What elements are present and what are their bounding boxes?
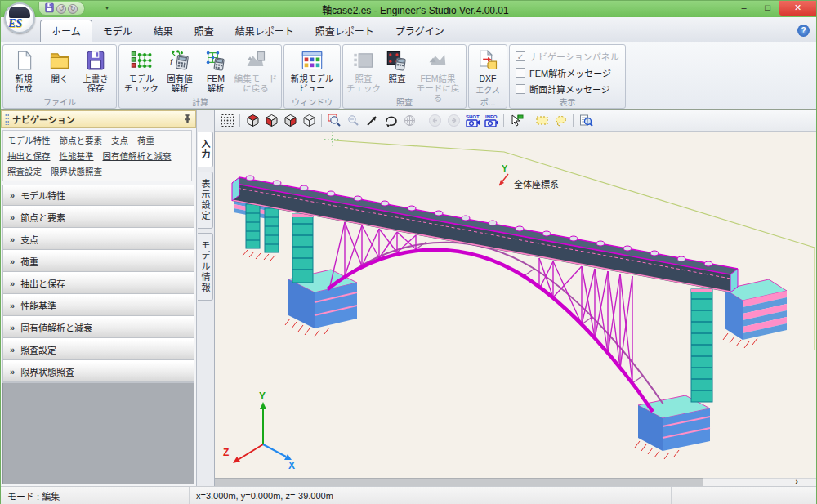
- tab-plugin[interactable]: プラグイン: [385, 20, 455, 42]
- status-empty: [671, 487, 816, 504]
- nav-link-extract-save[interactable]: 抽出と保存: [7, 149, 51, 162]
- group-label-export: エクスポ...: [469, 83, 507, 108]
- minimize-button[interactable]: –: [732, 1, 756, 16]
- eigen-analysis-icon: f: [167, 48, 192, 73]
- undo-icon[interactable]: ↺: [56, 4, 66, 14]
- nav-link-nodes-elements[interactable]: 節点と要素: [60, 134, 103, 146]
- open-folder-icon: [47, 48, 72, 73]
- app-menu-button[interactable]: ES: [4, 2, 35, 33]
- accordion-model-props[interactable]: »モデル特性: [3, 185, 194, 206]
- tab-model[interactable]: モデル: [92, 20, 143, 42]
- group-label-verify: 照査: [343, 96, 466, 108]
- orbit-icon[interactable]: [382, 112, 400, 129]
- model-canvas[interactable]: Y 全体座標系 Y Z X: [215, 132, 816, 478]
- app-window: ES ↺ ↻ ▾ 軸case2.es - Engineer's Studio V…: [0, 0, 817, 504]
- accordion-limit-state[interactable]: »限界状態照査: [3, 362, 194, 382]
- nav-link-verify-settings[interactable]: 照査設定: [7, 165, 42, 177]
- tab-verification[interactable]: 照査: [184, 20, 225, 42]
- tab-verification-report[interactable]: 照査レポート: [305, 20, 385, 42]
- quick-access-toolbar: ↺ ↻: [38, 2, 85, 16]
- viewport-toolbar: SHOT INFO: [215, 110, 816, 132]
- tab-result-report[interactable]: 結果レポート: [225, 20, 305, 42]
- find-zoom-icon[interactable]: [577, 112, 595, 129]
- iso-view-red-top-icon[interactable]: [243, 112, 261, 129]
- redo-icon[interactable]: ↻: [68, 4, 78, 14]
- bottom-strip-bar: [215, 478, 703, 486]
- accordion-eigen-damping[interactable]: »固有値解析と減衰: [3, 318, 194, 338]
- accordion-nodes-elements[interactable]: »節点と要素: [3, 207, 194, 228]
- select-lasso-icon[interactable]: [551, 112, 569, 129]
- nav-link-performance[interactable]: 性能基準: [60, 149, 94, 162]
- checkbox-checked-icon: ✓: [516, 51, 525, 61]
- model-check-button[interactable]: モデル チェック: [122, 47, 161, 95]
- new-file-button[interactable]: 新規 作成: [6, 47, 42, 95]
- svg-text:Z: Z: [223, 447, 229, 458]
- navigation-panel-header[interactable]: ナビゲーション: [1, 110, 196, 128]
- title-bar: ES ↺ ↻ ▾ 軸case2.es - Engineer's Studio V…: [1, 1, 816, 17]
- verify-button[interactable]: 照査: [382, 47, 413, 85]
- checkbox-navigation-panel[interactable]: ✓ ナビゲーションパネル: [516, 50, 619, 63]
- left-pier[interactable]: [292, 214, 313, 283]
- new-document-icon: [11, 48, 36, 73]
- eigen-analysis-button[interactable]: f 固有値 解析: [161, 47, 199, 95]
- pin-icon[interactable]: [183, 114, 192, 125]
- tab-results[interactable]: 結果: [143, 20, 184, 42]
- save-file-button[interactable]: 上書き 保存: [78, 47, 114, 95]
- save-icon[interactable]: [44, 2, 55, 15]
- pan-icon[interactable]: [363, 112, 381, 129]
- fem-analysis-button[interactable]: FEM 解析: [199, 47, 233, 95]
- qat-dropdown-icon[interactable]: ▾: [105, 4, 109, 11]
- help-icon[interactable]: ?: [797, 25, 810, 37]
- nav-link-limit-state[interactable]: 限界状態照査: [51, 165, 102, 177]
- toolbar-separator: [239, 114, 240, 127]
- accordion-extract-save[interactable]: »抽出と保存: [3, 274, 194, 294]
- accordion-performance[interactable]: »性能基準: [3, 296, 194, 316]
- side-tab-input[interactable]: 入力: [198, 132, 213, 167]
- side-tab-model-info[interactable]: モデル情報: [198, 233, 213, 301]
- nav-link-supports[interactable]: 支点: [111, 134, 128, 146]
- status-coordinates: x=3.000m, y=0.000m, z=-39.000m: [189, 487, 671, 504]
- history-back-icon: [426, 112, 444, 129]
- accordion-supports[interactable]: »支点: [3, 230, 194, 250]
- open-file-button[interactable]: 開く: [42, 47, 78, 85]
- checkbox-section-message[interactable]: 断面計算メッセージ: [516, 83, 619, 96]
- new-model-view-button[interactable]: 新規モデル ビュー: [287, 47, 337, 95]
- global-origin-marker: Y 全体座標系: [499, 163, 559, 190]
- iso-view-red-side-icon[interactable]: [281, 112, 299, 129]
- svg-text:INFO: INFO: [485, 114, 498, 119]
- globe-icon: [400, 112, 418, 129]
- checkbox-empty-icon: [516, 84, 525, 94]
- panel-grip-icon: [5, 114, 9, 125]
- navigation-panel: ナビゲーション モデル特性 節点と要素 支点 荷重 抽出と保存 性能基準 固有値…: [1, 110, 197, 486]
- iso-view-white-icon[interactable]: [262, 112, 280, 129]
- select-cursor-icon[interactable]: [507, 112, 525, 129]
- tab-home[interactable]: ホーム: [40, 20, 92, 42]
- nav-link-eigen-damping[interactable]: 固有値解析と減衰: [103, 149, 172, 162]
- accordion-loads[interactable]: »荷重: [3, 252, 194, 272]
- dxf-export-button[interactable]: DXF: [471, 47, 504, 85]
- accordion-verify-settings[interactable]: »照査設定: [3, 340, 194, 360]
- ribbon-group-window: 新規モデル ビュー ウィンドウ: [283, 44, 341, 109]
- toolbar-separator: [503, 114, 504, 127]
- toolbar-overflow-chevron[interactable]: ›: [795, 476, 798, 486]
- close-button[interactable]: ✕: [779, 1, 816, 16]
- fit-view-icon[interactable]: [218, 112, 236, 129]
- maximize-button[interactable]: □: [756, 1, 779, 16]
- model-viewport: SHOT INFO: [215, 110, 816, 486]
- snapshot-info-icon[interactable]: INFO: [482, 112, 500, 129]
- snapshot-shot-icon[interactable]: SHOT: [463, 112, 481, 129]
- right-pier[interactable]: [691, 289, 712, 402]
- svg-text:Y: Y: [502, 163, 508, 173]
- nav-link-model-props[interactable]: モデル特性: [7, 134, 51, 146]
- zoom-window-icon[interactable]: [325, 112, 343, 129]
- toolbar-separator: [321, 114, 322, 127]
- checkbox-fem-message[interactable]: FEM解析メッセージ: [516, 66, 619, 79]
- ribbon-group-calc: モデル チェック f 固有値 解析 FEM 解析 編集モード に戻る 計算: [118, 44, 282, 109]
- nav-link-loads[interactable]: 荷重: [137, 134, 154, 146]
- history-forward-icon: [444, 112, 462, 129]
- perspective-view-icon[interactable]: [300, 112, 318, 129]
- viewport-bottom-strip: ›: [215, 478, 816, 486]
- svg-text:全体座標系: 全体座標系: [514, 179, 559, 190]
- side-tab-display-settings[interactable]: 表示設定: [198, 172, 213, 229]
- select-rectangle-icon[interactable]: [533, 112, 551, 129]
